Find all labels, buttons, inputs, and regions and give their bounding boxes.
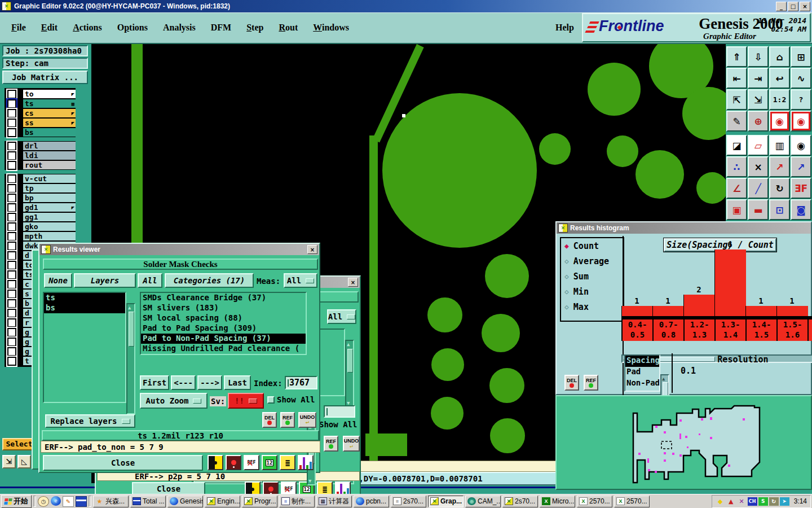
dim-box-button[interactable]: ⊡ [769, 199, 790, 220]
last-button[interactable]: Last [224, 375, 251, 390]
task-button[interactable]: ≡2s70... [391, 496, 426, 507]
layer-name[interactable]: ss◤ [23, 119, 76, 127]
layers-vscrollbar[interactable]: ▲ [126, 303, 135, 414]
stat-option-average[interactable]: ◇Average [561, 253, 623, 269]
task-button[interactable]: ✕Grap... [428, 496, 464, 507]
menu-item-options[interactable]: Options [117, 23, 148, 33]
task-button[interactable]: X2570... [577, 496, 612, 507]
layer-visibility-checkbox[interactable] [7, 318, 16, 327]
first-button[interactable]: First [140, 375, 169, 390]
home-button[interactable]: ⌂ [769, 46, 790, 67]
layer-visibility-checkbox[interactable] [7, 109, 16, 118]
task-button[interactable]: X2570... [614, 496, 650, 507]
scale-1-2-button[interactable]: 1:2 [769, 89, 790, 110]
menu-item-analysis[interactable]: Analysis [163, 23, 196, 33]
prev-button[interactable]: <--- [171, 375, 196, 390]
category-item[interactable]: SM slivers (183) [141, 303, 306, 313]
layer-row[interactable]: rout [5, 160, 76, 170]
show-all-checkbox[interactable] [267, 396, 275, 404]
layer-name[interactable]: tp [23, 184, 76, 192]
layer-row[interactable]: mpth [5, 231, 76, 241]
layer-visibility-checkbox[interactable] [7, 290, 16, 299]
report-icon[interactable]: ≣ [280, 455, 295, 470]
layer-visibility-checkbox[interactable] [7, 213, 16, 222]
layer-visibility-checkbox[interactable] [7, 357, 16, 366]
sv-dropdown[interactable]: !! [228, 393, 264, 409]
layer-visibility-checkbox[interactable] [7, 251, 16, 260]
menu-item-dfm[interactable]: DFM [211, 23, 231, 33]
close-button[interactable]: Close [43, 455, 203, 471]
dialog2-ref-button[interactable]: REF [324, 436, 338, 452]
ruler-button[interactable]: ▥ [769, 135, 790, 156]
undo-button[interactable]: UNDO↩ [298, 412, 316, 428]
layer-name[interactable]: mpth [23, 232, 76, 240]
layer-visibility-checkbox[interactable] [7, 347, 16, 356]
layer-row[interactable]: bs [5, 128, 76, 137]
net-red-b-button[interactable]: ◉ [791, 111, 811, 132]
histogram-titlebar[interactable]: ✕ Results histogram [557, 222, 811, 234]
layer-visibility-checkbox[interactable] [7, 99, 16, 108]
pad-select-button[interactable]: ◉ [791, 135, 811, 156]
close-button[interactable]: × [800, 2, 810, 11]
layer-visibility-checkbox[interactable] [7, 184, 16, 193]
auto-zoom-dropdown[interactable]: Auto Zoom [140, 393, 208, 409]
zoom-box-button[interactable]: ⇲ [748, 89, 769, 110]
result-layer-item[interactable]: ts [44, 293, 125, 303]
categories-list[interactable]: SMDs Clearance Bridge (37)SM slivers (18… [140, 292, 307, 355]
layer-name[interactable]: drl [23, 142, 76, 150]
layer-name[interactable]: ldi [23, 151, 76, 160]
purple-x-tray-icon[interactable]: ✕ [737, 497, 747, 506]
layer-row[interactable]: bp [5, 193, 76, 203]
layer-name[interactable]: gg1 [23, 213, 76, 221]
ref-clear-icon[interactable]: REF✕ [244, 455, 259, 470]
antivirus-tray-icon[interactable]: ▲ [726, 497, 736, 506]
layer-row[interactable]: to◤ [5, 89, 76, 99]
trace-red-button[interactable]: ▬ [748, 199, 769, 220]
menu-item-actions[interactable]: Actions [73, 23, 102, 33]
layer-visibility-checkbox[interactable] [7, 242, 16, 251]
layers-button[interactable]: Layers [74, 273, 136, 288]
layer-row[interactable]: gg1 [5, 212, 76, 222]
pad-red-button[interactable]: ▣ [726, 199, 747, 220]
menu-help[interactable]: Help [555, 23, 574, 33]
results-viewer-close-icon[interactable]: × [307, 245, 317, 254]
menu-item-file[interactable]: File [11, 23, 26, 33]
pad-blue-button[interactable]: ◙ [791, 199, 811, 220]
next-button[interactable]: ---> [197, 375, 222, 390]
category-item[interactable]: SMDs Clearance Bridge (37) [141, 293, 306, 303]
task-button[interactable]: ✕2s70... [502, 496, 538, 507]
flash-tray-icon[interactable]: ➤ [780, 497, 789, 506]
meas-dropdown[interactable]: All [284, 273, 317, 288]
layer-visibility-checkbox[interactable] [7, 203, 16, 212]
pan-left-button[interactable]: ⇤ [726, 68, 747, 89]
screen-grab-button[interactable]: ⇩ [748, 46, 769, 67]
task-button[interactable]: ◎CAM_... [465, 496, 501, 507]
layer-visibility-checkbox[interactable] [7, 270, 16, 279]
rotate-button[interactable]: ↻ [769, 178, 790, 199]
pages-12-icon[interactable]: 12 [262, 455, 277, 470]
layer-name[interactable]: gd1◤ [23, 203, 76, 212]
task-button[interactable]: ★兴森... [93, 496, 129, 507]
dialog2-close-icon[interactable]: × [348, 278, 358, 287]
menu-item-step[interactable]: Step [246, 23, 263, 33]
line-angle-button[interactable]: ╱ [748, 178, 769, 199]
layer-visibility-checkbox[interactable] [7, 142, 16, 151]
layer-name[interactable]: bp [23, 194, 76, 202]
ch-tray-icon[interactable]: CH [748, 497, 757, 506]
maximize-button[interactable]: □ [788, 2, 798, 11]
layer-row[interactable]: cs◤ [5, 108, 76, 118]
layer-row[interactable]: tp [5, 183, 76, 193]
floppy-icon[interactable] [76, 496, 87, 507]
layer-visibility-checkbox[interactable] [7, 232, 16, 241]
draw-tools-button[interactable]: ✎ [726, 111, 747, 132]
measure-list[interactable]: SpacingPadNon-Pad [624, 354, 660, 392]
category-item[interactable]: Missing Undrilled Pad clearance ( [141, 344, 306, 354]
layer-name[interactable]: bs [23, 128, 76, 137]
layer-visibility-checkbox[interactable] [7, 222, 16, 231]
s-route-button[interactable]: ∿ [791, 68, 811, 89]
layer-visibility-checkbox[interactable] [7, 151, 16, 160]
all-button[interactable]: All [138, 273, 162, 288]
layer-visibility-checkbox[interactable] [7, 280, 16, 289]
task-button[interactable]: pcbn... [354, 496, 389, 507]
ref-button[interactable]: REF [280, 412, 295, 428]
